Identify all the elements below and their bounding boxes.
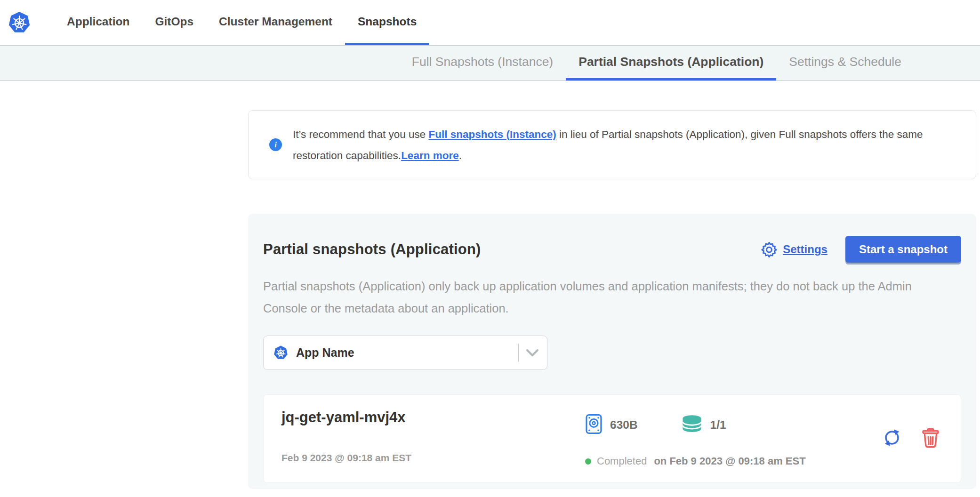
tab-full-snapshots[interactable]: Full Snapshots (Instance) [399, 46, 566, 80]
snapshot-stats: 630B 1/1 [585, 395, 806, 482]
learn-more-link[interactable]: Learn more [401, 150, 459, 161]
banner-text-part: . [459, 150, 462, 161]
panel-header: Partial snapshots (Application) Settings… [263, 236, 961, 263]
snapshot-info: jq-get-yaml-mvj4x Feb 9 2023 @ 09:18 am … [281, 395, 585, 482]
status-dot [585, 458, 591, 465]
snapshot-status: Completed [597, 455, 647, 467]
full-snapshots-link[interactable]: Full snapshots (Instance) [428, 128, 556, 140]
panel-description: Partial snapshots (Application) only bac… [263, 275, 951, 320]
tab-settings-schedule[interactable]: Settings & Schedule [776, 46, 914, 80]
screen: Application GitOps Cluster Management Sn… [0, 0, 980, 497]
snapshot-status-row: Completed on Feb 9 2023 @ 09:18 am EST [585, 455, 806, 467]
snapshot-finished: on Feb 9 2023 @ 09:18 am EST [654, 455, 805, 467]
top-nav: Application GitOps Cluster Management Sn… [0, 0, 980, 46]
start-snapshot-button[interactable]: Start a snapshot [845, 236, 961, 263]
restore-icon[interactable] [882, 427, 902, 450]
app-select-value: App Name [296, 346, 518, 360]
settings-link[interactable]: Settings [761, 241, 827, 258]
app-icon [273, 345, 288, 360]
kubernetes-logo-icon [8, 11, 31, 34]
panel-title: Partial snapshots (Application) [263, 241, 761, 258]
snapshot-volumes-stat: 1/1 [681, 415, 726, 435]
select-divider [518, 344, 519, 362]
nav-gitops[interactable]: GitOps [142, 0, 206, 45]
delete-icon[interactable] [921, 427, 940, 450]
snapshot-name: jq-get-yaml-mvj4x [281, 409, 585, 426]
snapshot-actions [882, 427, 940, 450]
snapshot-volume-count: 1/1 [710, 418, 726, 432]
snapshot-size-stat: 630B [585, 414, 638, 436]
nav-cluster-management[interactable]: Cluster Management [206, 0, 345, 45]
snapshot-created-date: Feb 9 2023 @ 09:18 am EST [281, 452, 585, 464]
snapshot-row: jq-get-yaml-mvj4x Feb 9 2023 @ 09:18 am … [263, 394, 961, 483]
banner-text: It’s recommend that you use Full snapsho… [293, 124, 960, 166]
nav-snapshots[interactable]: Snapshots [345, 0, 429, 45]
snapshots-subnav: Full Snapshots (Instance) Partial Snapsh… [0, 46, 980, 81]
settings-label[interactable]: Settings [783, 243, 827, 256]
main-content: i It’s recommend that you use Full snaps… [248, 110, 976, 489]
gear-icon [761, 241, 778, 258]
top-nav-items: Application GitOps Cluster Management Sn… [54, 0, 429, 45]
app-name-select[interactable]: App Name [263, 336, 547, 370]
database-icon [681, 415, 703, 435]
partial-snapshots-panel: Partial snapshots (Application) Settings… [248, 214, 976, 489]
disk-icon [585, 414, 602, 436]
banner-text-part: It’s recommend that you use [293, 128, 428, 140]
snapshot-size: 630B [610, 418, 638, 432]
tab-partial-snapshots[interactable]: Partial Snapshots (Application) [566, 46, 776, 80]
nav-application[interactable]: Application [54, 0, 142, 45]
info-icon: i [269, 138, 282, 151]
info-banner: i It’s recommend that you use Full snaps… [248, 110, 976, 179]
chevron-down-icon [525, 348, 539, 358]
